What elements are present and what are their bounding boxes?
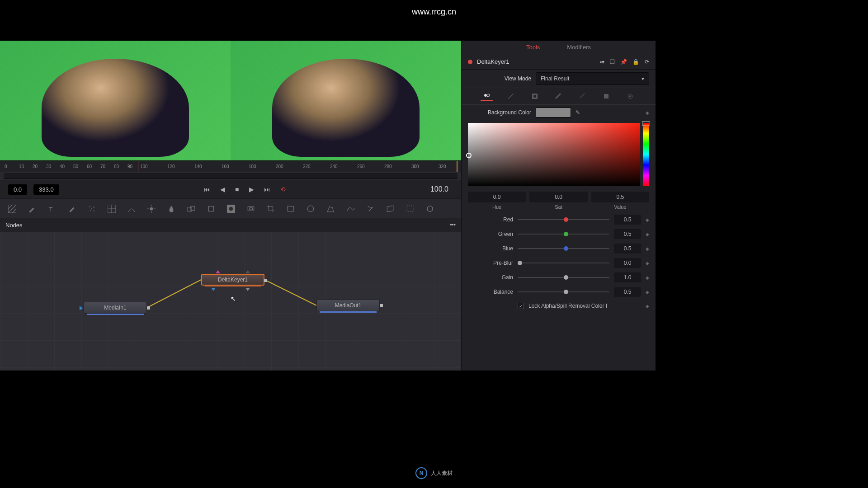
subtab-fringe-icon[interactable] [552, 92, 565, 101]
keyframe-icon[interactable]: ◆ [646, 261, 649, 266]
color-chip-icon[interactable]: ▪▾ [600, 59, 604, 65]
matte-tool-icon[interactable] [227, 205, 235, 213]
effect-mask-port-icon[interactable] [216, 270, 220, 273]
keyframe-icon[interactable]: ◆ [646, 275, 649, 280]
bgcolor-swatch[interactable] [536, 108, 571, 117]
keyframe-icon[interactable]: ◆ [646, 232, 649, 237]
grid-tool-icon[interactable] [108, 205, 116, 213]
subtab-mask-icon[interactable] [600, 92, 613, 101]
keyframe-icon[interactable]: ◆ [646, 304, 649, 309]
subtab-prematte-icon[interactable] [505, 92, 517, 101]
viewer-left[interactable] [0, 41, 231, 160]
eyedropper-icon[interactable]: ✎ [576, 109, 580, 116]
gain-slider[interactable] [518, 277, 609, 278]
output-port-icon[interactable] [264, 279, 267, 282]
watermark-url: www.rrcg.cn [412, 7, 456, 17]
sat-value[interactable]: 0.0 [529, 192, 587, 202]
scrubber[interactable] [4, 174, 458, 179]
node-media-out[interactable]: MediaOut1 [316, 300, 380, 311]
keyframe-icon[interactable]: ◆ [646, 110, 649, 115]
merge-tool-icon[interactable] [187, 205, 195, 213]
goto-start-icon[interactable]: ⏮ [204, 186, 210, 193]
paint-tool-icon[interactable] [28, 205, 36, 213]
ellipse-mask-icon[interactable] [307, 205, 315, 213]
preblur-slider[interactable] [518, 263, 609, 263]
curve-tool-icon[interactable] [127, 205, 136, 213]
tracker-tool-icon[interactable] [366, 205, 374, 213]
step-back-icon[interactable]: ◀ [220, 186, 225, 193]
reset-icon[interactable]: ⟳ [645, 59, 649, 65]
transform-tool-icon[interactable] [207, 205, 215, 213]
input-port-icon[interactable] [80, 306, 83, 310]
red-slider[interactable] [518, 219, 609, 220]
in-time[interactable]: 0.0 [8, 184, 27, 195]
blue-slider[interactable] [518, 248, 609, 249]
node-canvas[interactable]: MediaIn1 DeltaKeyer1 MediaOut1 ↖ [0, 232, 461, 371]
corner-pin-icon[interactable] [406, 205, 414, 213]
preblur-value[interactable]: 0.0 [614, 258, 641, 268]
out-time[interactable]: 333.0 [33, 184, 59, 195]
text-tool-icon[interactable]: T [48, 205, 56, 213]
inspector-title: DeltaKeyer1 [477, 58, 595, 65]
polygon-mask-icon[interactable] [326, 205, 335, 213]
color-field[interactable] [468, 123, 640, 186]
red-value[interactable]: 0.5 [614, 215, 641, 225]
keyframe-icon[interactable]: ◆ [646, 290, 649, 295]
keyframe-icon[interactable]: ◆ [646, 246, 649, 251]
gain-value[interactable]: 1.0 [614, 272, 641, 282]
play-icon[interactable]: ▶ [249, 186, 254, 193]
range-end[interactable] [457, 161, 458, 172]
input-port-icon[interactable] [211, 288, 216, 291]
tab-modifiers[interactable]: Modifiers [567, 44, 591, 51]
brush-tool-icon[interactable] [68, 205, 76, 213]
output-port-icon[interactable] [380, 304, 383, 307]
green-slider[interactable] [518, 234, 609, 235]
blur-tool-icon[interactable] [167, 205, 175, 213]
loop-icon[interactable]: ⟲ [280, 186, 286, 193]
time-ruler[interactable]: 0 10 20 30 40 50 60 70 80 90 100 120 140… [0, 160, 461, 172]
mouse-cursor-icon: ↖ [231, 295, 236, 302]
keyframe-icon[interactable]: ◆ [646, 217, 649, 222]
view-mode-dropdown[interactable]: Final Result ▾ [536, 72, 649, 85]
tick: 220 [303, 164, 311, 169]
hue-strip[interactable] [643, 123, 649, 186]
green-value[interactable]: 0.5 [614, 229, 641, 239]
background-tool-icon[interactable] [8, 205, 16, 213]
nodes-options-icon[interactable]: ••• [450, 222, 456, 228]
hue-value[interactable]: 0.0 [468, 192, 526, 202]
versions-icon[interactable]: ❐ [610, 59, 615, 65]
view-mode-label: View Mode [468, 75, 531, 82]
rectangle-mask-icon[interactable] [287, 205, 295, 213]
playhead[interactable] [138, 161, 138, 172]
balance-value[interactable]: 0.5 [614, 287, 641, 297]
bspline-mask-icon[interactable] [346, 205, 354, 213]
value-value[interactable]: 0.5 [591, 192, 649, 202]
node-media-in[interactable]: MediaIn1 [84, 302, 147, 314]
viewer-right[interactable] [231, 41, 461, 160]
particles-tool-icon[interactable] [88, 205, 96, 213]
enable-dot-icon[interactable] [468, 60, 472, 64]
garbage-matte-port-icon[interactable] [245, 270, 250, 273]
stop-icon[interactable]: ■ [235, 186, 239, 193]
nodes-title: Nodes [5, 222, 23, 229]
solid-matte-port-icon[interactable] [245, 288, 250, 291]
crop-tool-icon[interactable] [267, 205, 275, 213]
current-frame[interactable]: 100.0 [430, 185, 453, 193]
blue-value[interactable]: 0.5 [614, 244, 641, 253]
lock-icon[interactable]: 🔒 [632, 59, 639, 65]
subtab-matte-icon[interactable] [528, 92, 541, 101]
tab-tools[interactable]: Tools [526, 44, 540, 51]
resize-tool-icon[interactable] [247, 205, 255, 213]
node-deltakeyer[interactable]: DeltaKeyer1 [201, 274, 264, 286]
subtab-tuning-icon[interactable] [576, 92, 589, 101]
goto-end-icon[interactable]: ⏭ [264, 186, 270, 193]
planar-tracker-icon[interactable] [386, 205, 394, 213]
balance-slider[interactable] [518, 291, 609, 292]
output-port-icon[interactable] [147, 306, 150, 310]
lock-alpha-checkbox[interactable]: ✓ [518, 303, 524, 309]
pin-icon[interactable]: 📌 [620, 59, 627, 65]
subtab-key-icon[interactable] [481, 92, 493, 101]
3d-tool-icon[interactable] [426, 205, 434, 213]
subtab-settings-icon[interactable] [624, 92, 637, 101]
light-tool-icon[interactable] [147, 205, 156, 213]
